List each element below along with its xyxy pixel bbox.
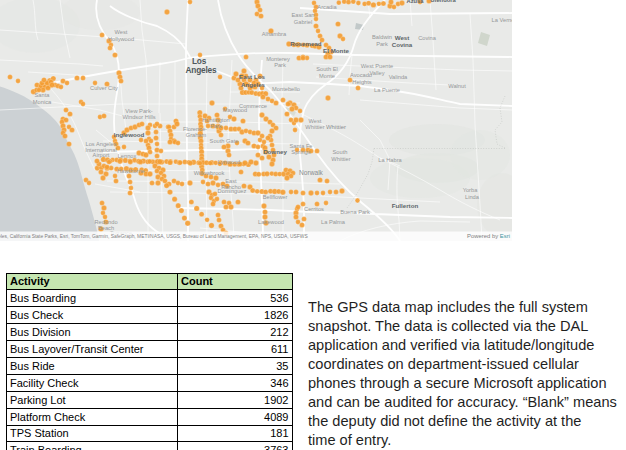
svg-text:East San: East San — [291, 12, 314, 18]
svg-text:Monica: Monica — [33, 99, 52, 105]
svg-text:Azusa: Azusa — [406, 0, 424, 4]
svg-text:Windsor Hills: Windsor Hills — [122, 114, 155, 120]
svg-text:Yorba: Yorba — [463, 187, 478, 193]
svg-text:La Verne: La Verne — [492, 17, 512, 23]
svg-text:Walnut: Walnut — [448, 83, 466, 89]
svg-text:Whittier: Whittier — [305, 124, 324, 130]
svg-text:West Puente: West Puente — [361, 63, 393, 69]
svg-text:West: West — [395, 34, 410, 41]
svg-text:East Los: East Los — [239, 73, 265, 80]
svg-text:South El: South El — [316, 66, 338, 72]
svg-text:Dominguez: Dominguez — [218, 188, 247, 194]
svg-text:Graham: Graham — [186, 132, 207, 138]
svg-text:Bellflower: Bellflower — [263, 194, 288, 200]
svg-text:Culver City: Culver City — [90, 85, 118, 91]
svg-text:Valinda: Valinda — [389, 74, 408, 80]
svg-text:Angeles: Angeles — [241, 81, 266, 88]
svg-text:Airport: Airport — [93, 152, 110, 158]
svg-text:Baldwin: Baldwin — [372, 34, 392, 40]
svg-text:Maywood: Maywood — [223, 107, 247, 113]
svg-text:Gabriel: Gabriel — [294, 19, 312, 25]
svg-text:Park: Park — [210, 123, 222, 129]
svg-text:Park: Park — [274, 62, 286, 68]
svg-text:Valley: Valley — [369, 70, 384, 76]
svg-text:Hollywood: Hollywood — [108, 36, 134, 42]
svg-text:Alhambra: Alhambra — [262, 31, 287, 37]
svg-text:West: West — [115, 29, 128, 35]
svg-text:Heights: Heights — [352, 79, 371, 85]
svg-text:Montebello: Montebello — [272, 86, 300, 92]
svg-text:eles, California State Parks,: eles, California State Parks, Esri, TomT… — [0, 234, 308, 239]
svg-text:Inglewood: Inglewood — [114, 131, 145, 138]
svg-text:Rosemead: Rosemead — [290, 40, 322, 47]
svg-text:Willowbrook: Willowbrook — [194, 170, 225, 176]
svg-text:Covina: Covina — [418, 35, 437, 41]
svg-text:South Gate: South Gate — [210, 138, 239, 144]
svg-text:Norwalk: Norwalk — [299, 169, 324, 176]
svg-text:Lakewood: Lakewood — [258, 219, 284, 225]
svg-text:Arcadia: Arcadia — [317, 4, 337, 10]
svg-text:Lennox: Lennox — [118, 153, 137, 159]
svg-text:Angeles: Angeles — [186, 65, 217, 75]
svg-text:La Puente: La Puente — [374, 87, 400, 93]
svg-text:Buena Park: Buena Park — [340, 209, 370, 215]
svg-text:Lynwood: Lynwood — [218, 159, 241, 165]
svg-text:Downey: Downey — [263, 148, 287, 155]
svg-text:Hawthorne: Hawthorne — [117, 168, 145, 174]
svg-text:Springs: Springs — [291, 149, 310, 155]
svg-text:Linda: Linda — [465, 194, 480, 200]
svg-text:La Habra: La Habra — [378, 157, 402, 163]
svg-text:Covina: Covina — [392, 41, 413, 48]
svg-text:Whittier: Whittier — [326, 124, 346, 130]
svg-text:El Monte: El Monte — [323, 47, 349, 54]
svg-text:Glendora: Glendora — [430, 0, 456, 3]
svg-text:South: South — [333, 149, 348, 155]
svg-text:Powered by Esri: Powered by Esri — [467, 233, 510, 239]
svg-text:Monte: Monte — [319, 73, 335, 79]
svg-text:Fullerton: Fullerton — [392, 202, 419, 209]
svg-text:Santa: Santa — [35, 92, 51, 98]
svg-text:La Palma: La Palma — [321, 219, 346, 225]
svg-text:Park: Park — [376, 41, 388, 47]
svg-text:Cerritos: Cerritos — [304, 206, 324, 212]
svg-text:Whittier: Whittier — [331, 156, 350, 162]
